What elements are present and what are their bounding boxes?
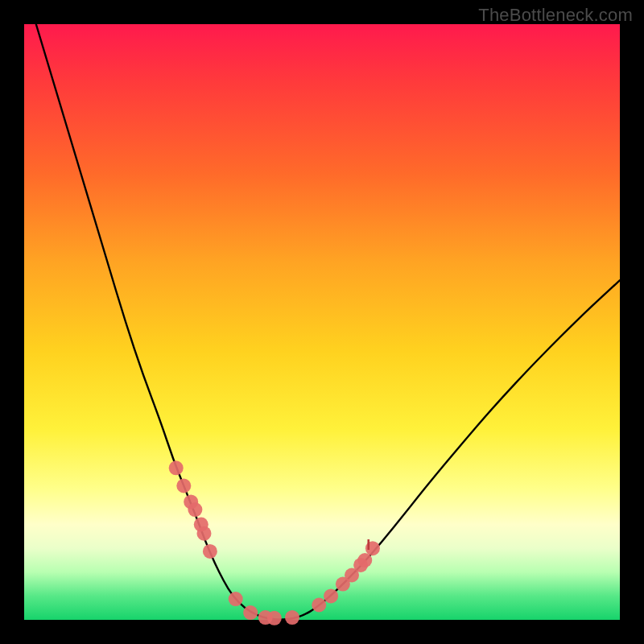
marker-dot bbox=[176, 479, 191, 493]
marker-dot bbox=[312, 598, 326, 613]
marker-dot bbox=[357, 553, 372, 568]
bottleneck-curve bbox=[36, 24, 620, 620]
chart-stage: I TheBottleneck.com bbox=[0, 0, 644, 644]
marker-dot bbox=[285, 610, 299, 625]
watermark-text: TheBottleneck.com bbox=[478, 5, 633, 26]
marker-dot bbox=[229, 592, 243, 606]
plot-area: I bbox=[24, 24, 620, 620]
marker-dot bbox=[203, 544, 217, 559]
marker-dot bbox=[169, 460, 184, 475]
marker-dots bbox=[169, 460, 380, 625]
marker-dot bbox=[196, 526, 211, 541]
marker-dot bbox=[267, 611, 282, 625]
marker-dot bbox=[243, 605, 258, 620]
chart-svg: I bbox=[24, 24, 620, 620]
marker-label: I bbox=[366, 537, 370, 553]
marker-dot bbox=[324, 588, 338, 603]
marker-dot bbox=[188, 502, 202, 517]
